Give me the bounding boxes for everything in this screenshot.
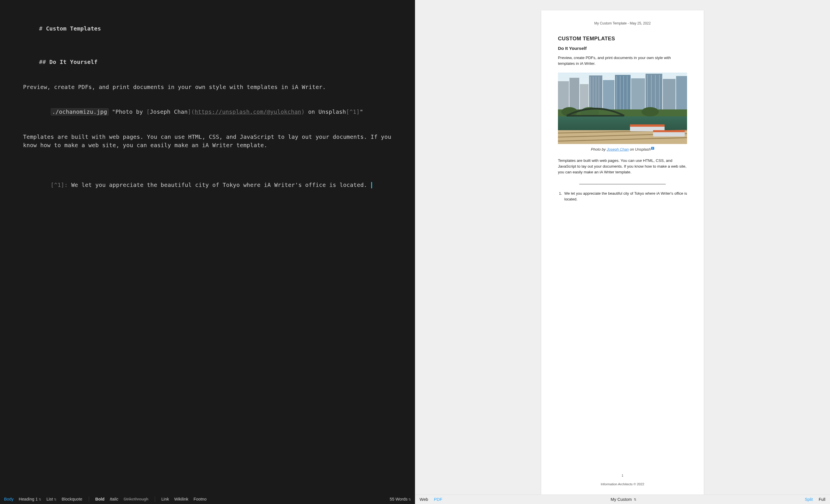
toolbar-link[interactable]: Link xyxy=(161,497,169,501)
preview-h1: CUSTOM TEMPLATES xyxy=(558,36,687,42)
page-number: 1 xyxy=(558,474,687,477)
word-count[interactable]: 55 Words⇅ xyxy=(390,497,411,501)
editor-image-line: ./ochanomizu.jpg "Photo by [Joseph Chan]… xyxy=(11,99,404,125)
editor-content[interactable]: # Custom Templates ## Do It Yourself Pre… xyxy=(0,0,415,494)
toolbar-list[interactable]: List⇅ xyxy=(46,497,57,501)
svg-rect-8 xyxy=(645,74,662,113)
updown-icon: ⇅ xyxy=(634,498,636,501)
toolbar-italic[interactable]: Italic xyxy=(110,497,119,501)
caption-prefix: "Photo by xyxy=(109,108,147,115)
app-root: # Custom Templates ## Do It Yourself Pre… xyxy=(0,0,830,504)
updown-icon: ⇅ xyxy=(408,498,411,501)
preview-scroll[interactable]: My Custom Template - May 25, 2022 CUSTOM… xyxy=(415,0,830,495)
toolbar-bold[interactable]: Bold xyxy=(95,497,105,501)
editor-para1: Preview, create PDFs, and print document… xyxy=(11,83,404,91)
caption-prefix: Photo by xyxy=(591,147,607,152)
caption-suffix: on Unsplash xyxy=(629,147,651,152)
template-selector[interactable]: My Custom ⇅ xyxy=(611,497,636,502)
text-cursor xyxy=(371,182,372,188)
preview-h2: Do It Yourself xyxy=(558,46,687,51)
toolbar-wikilink[interactable]: Wikilink xyxy=(174,497,188,501)
footnote-text: We let you appreciate the beautiful city… xyxy=(71,182,371,188)
preview-toolbar: Web PDF My Custom ⇅ Split Full xyxy=(415,495,830,504)
toolbar-body[interactable]: Body xyxy=(4,497,13,501)
preview-mode-web[interactable]: Web xyxy=(420,497,428,502)
preview-pane: My Custom Template - May 25, 2022 CUSTOM… xyxy=(415,0,830,504)
svg-rect-6 xyxy=(615,75,631,113)
url-close-paren: ) xyxy=(301,108,305,115)
footnote-badge[interactable]: 1 xyxy=(651,147,654,150)
footnote-marker: [^1]: xyxy=(51,182,71,188)
url-open-paren: ( xyxy=(191,108,195,115)
h1-marker: # xyxy=(39,25,46,32)
svg-rect-9 xyxy=(663,79,675,113)
editor-footnote-line: [^1]: We let you appreciate the beautifu… xyxy=(11,172,404,198)
svg-rect-34 xyxy=(630,125,665,127)
footnote-list: We let you appreciate the beautiful city… xyxy=(558,191,687,202)
preview-para1: Preview, create PDFs, and print document… xyxy=(558,55,687,66)
editor-para2: Templates are built with web pages. You … xyxy=(11,133,404,150)
footnote-ref: [^1] xyxy=(346,108,360,115)
svg-rect-5 xyxy=(603,80,614,113)
view-split[interactable]: Split xyxy=(805,497,813,502)
caption-end-quote: " xyxy=(360,108,363,115)
image-path: ./ochanomizu.jpg xyxy=(51,108,109,115)
updown-icon: ⇅ xyxy=(54,498,57,501)
svg-point-26 xyxy=(641,107,659,116)
svg-rect-10 xyxy=(676,76,687,113)
preview-caption: Photo by Joseph Chan on Unsplash1 xyxy=(558,147,687,152)
editor-toolbar: Body Heading 1⇅ List⇅ Blockquote Bold It… xyxy=(0,494,415,504)
svg-rect-7 xyxy=(631,78,645,113)
svg-rect-36 xyxy=(653,130,685,132)
h2-marker: ## xyxy=(39,59,50,65)
footnote-item: We let you appreciate the beautiful city… xyxy=(563,191,687,202)
copyright: Information Architects © 2022 xyxy=(558,482,687,486)
editor-h2-line: ## Do It Yourself xyxy=(11,49,404,75)
page-header: My Custom Template - May 25, 2022 xyxy=(558,21,687,25)
link-open-bracket: [ xyxy=(147,108,150,115)
h1-text: Custom Templates xyxy=(46,25,101,32)
toolbar-strikethrough[interactable]: Strikethrough xyxy=(124,497,149,501)
h2-text: Do It Yourself xyxy=(49,59,97,65)
toolbar-divider xyxy=(155,497,155,502)
toolbar-footnote[interactable]: Footno xyxy=(194,497,206,501)
view-full[interactable]: Full xyxy=(819,497,825,502)
link-close-bracket: ] xyxy=(188,108,191,115)
preview-mode-pdf[interactable]: PDF xyxy=(434,497,442,502)
link-url: https://unsplash.com/@yulokchan xyxy=(195,108,301,115)
caption-link[interactable]: Joseph Chan xyxy=(607,147,629,152)
link-text: Joseph Chan xyxy=(150,108,188,115)
preview-para2: Templates are built with web pages. You … xyxy=(558,158,687,175)
preview-page: My Custom Template - May 25, 2022 CUSTOM… xyxy=(541,10,704,495)
page-footer: 1 Information Architects © 2022 xyxy=(558,474,687,486)
updown-icon: ⇅ xyxy=(39,498,41,501)
toolbar-heading[interactable]: Heading 1⇅ xyxy=(19,497,41,501)
editor-pane: # Custom Templates ## Do It Yourself Pre… xyxy=(0,0,415,504)
template-name: My Custom xyxy=(611,497,632,502)
preview-image xyxy=(558,73,687,144)
toolbar-blockquote[interactable]: Blockquote xyxy=(62,497,83,501)
caption-suffix: on Unsplash xyxy=(305,108,346,115)
editor-h1-line: # Custom Templates xyxy=(11,16,404,41)
